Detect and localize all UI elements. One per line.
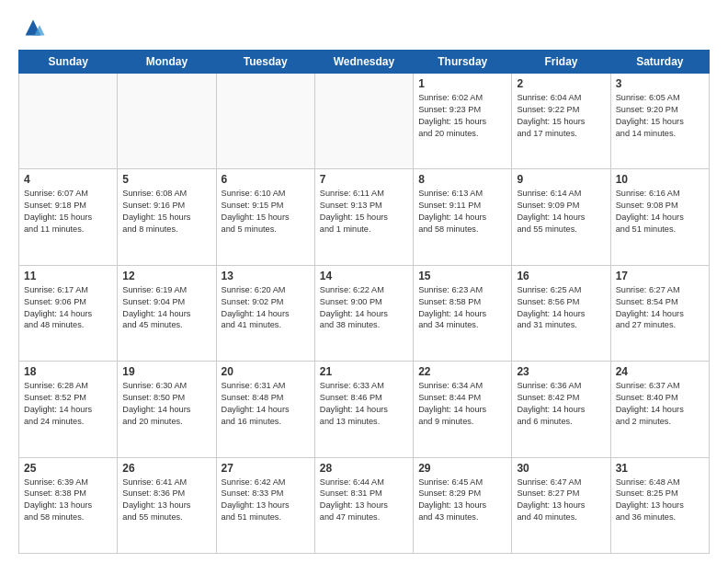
- calendar-cell: 25Sunrise: 6:39 AM Sunset: 8:38 PM Dayli…: [19, 457, 118, 553]
- calendar-cell: 21Sunrise: 6:33 AM Sunset: 8:46 PM Dayli…: [314, 362, 413, 457]
- day-info: Sunrise: 6:34 AM Sunset: 8:44 PM Dayligh…: [418, 380, 506, 428]
- day-number: 5: [122, 173, 210, 186]
- day-number: 23: [517, 365, 605, 378]
- calendar-cell: 8Sunrise: 6:13 AM Sunset: 9:11 PM Daylig…: [414, 169, 512, 265]
- calendar-cell: 13Sunrise: 6:20 AM Sunset: 9:02 PM Dayli…: [216, 265, 314, 361]
- day-number: 24: [616, 365, 704, 378]
- calendar-cell: [19, 74, 118, 169]
- day-number: 4: [24, 173, 112, 186]
- day-info: Sunrise: 6:23 AM Sunset: 8:58 PM Dayligh…: [418, 284, 506, 332]
- day-number: 28: [320, 462, 408, 475]
- day-info: Sunrise: 6:28 AM Sunset: 8:52 PM Dayligh…: [24, 380, 112, 428]
- day-info: Sunrise: 6:20 AM Sunset: 9:02 PM Dayligh…: [222, 284, 310, 332]
- calendar-cell: 11Sunrise: 6:17 AM Sunset: 9:06 PM Dayli…: [19, 265, 118, 361]
- day-number: 15: [418, 270, 506, 282]
- calendar-cell: 6Sunrise: 6:10 AM Sunset: 9:15 PM Daylig…: [216, 169, 314, 265]
- day-number: 7: [320, 173, 408, 186]
- day-info: Sunrise: 6:19 AM Sunset: 9:04 PM Dayligh…: [122, 284, 210, 332]
- calendar-day-header: Sunday: [19, 51, 118, 74]
- day-info: Sunrise: 6:10 AM Sunset: 9:15 PM Dayligh…: [222, 188, 310, 236]
- calendar-cell: 17Sunrise: 6:27 AM Sunset: 8:54 PM Dayli…: [610, 265, 709, 361]
- calendar-table: SundayMondayTuesdayWednesdayThursdayFrid…: [18, 50, 710, 554]
- day-info: Sunrise: 6:36 AM Sunset: 8:42 PM Dayligh…: [517, 380, 605, 428]
- header: [18, 15, 710, 40]
- day-info: Sunrise: 6:17 AM Sunset: 9:06 PM Dayligh…: [24, 284, 112, 332]
- day-info: Sunrise: 6:45 AM Sunset: 8:29 PM Dayligh…: [418, 477, 506, 524]
- calendar-cell: 20Sunrise: 6:31 AM Sunset: 8:48 PM Dayli…: [216, 362, 314, 457]
- calendar-cell: 7Sunrise: 6:11 AM Sunset: 9:13 PM Daylig…: [314, 169, 413, 265]
- logo: [18, 15, 46, 40]
- day-info: Sunrise: 6:47 AM Sunset: 8:27 PM Dayligh…: [517, 477, 605, 524]
- day-number: 29: [418, 462, 506, 475]
- calendar-cell: 12Sunrise: 6:19 AM Sunset: 9:04 PM Dayli…: [118, 265, 216, 361]
- calendar-day-header: Thursday: [414, 51, 512, 74]
- page: SundayMondayTuesdayWednesdayThursdayFrid…: [0, 0, 728, 563]
- day-info: Sunrise: 6:30 AM Sunset: 8:50 PM Dayligh…: [122, 380, 210, 428]
- day-number: 18: [24, 365, 112, 378]
- calendar-cell: [118, 74, 216, 169]
- day-number: 26: [122, 462, 210, 475]
- calendar-cell: 28Sunrise: 6:44 AM Sunset: 8:31 PM Dayli…: [314, 457, 413, 553]
- calendar-cell: 15Sunrise: 6:23 AM Sunset: 8:58 PM Dayli…: [414, 265, 512, 361]
- calendar-cell: 29Sunrise: 6:45 AM Sunset: 8:29 PM Dayli…: [414, 457, 512, 553]
- day-info: Sunrise: 6:07 AM Sunset: 9:18 PM Dayligh…: [24, 188, 112, 236]
- day-number: 16: [517, 270, 605, 282]
- day-info: Sunrise: 6:39 AM Sunset: 8:38 PM Dayligh…: [24, 477, 112, 524]
- day-number: 8: [418, 173, 506, 186]
- day-number: 20: [222, 365, 310, 378]
- day-info: Sunrise: 6:25 AM Sunset: 8:56 PM Dayligh…: [517, 284, 605, 332]
- day-info: Sunrise: 6:02 AM Sunset: 9:23 PM Dayligh…: [418, 92, 506, 140]
- day-info: Sunrise: 6:22 AM Sunset: 9:00 PM Dayligh…: [320, 284, 408, 332]
- calendar-cell: [314, 74, 413, 169]
- day-info: Sunrise: 6:13 AM Sunset: 9:11 PM Dayligh…: [418, 188, 506, 236]
- day-number: 11: [24, 270, 112, 282]
- logo-icon: [20, 15, 46, 40]
- calendar-cell: 5Sunrise: 6:08 AM Sunset: 9:16 PM Daylig…: [118, 169, 216, 265]
- calendar-cell: 22Sunrise: 6:34 AM Sunset: 8:44 PM Dayli…: [414, 362, 512, 457]
- day-info: Sunrise: 6:44 AM Sunset: 8:31 PM Dayligh…: [320, 477, 408, 524]
- day-info: Sunrise: 6:05 AM Sunset: 9:20 PM Dayligh…: [616, 92, 704, 140]
- calendar-cell: 3Sunrise: 6:05 AM Sunset: 9:20 PM Daylig…: [610, 74, 709, 169]
- calendar-cell: 31Sunrise: 6:48 AM Sunset: 8:25 PM Dayli…: [610, 457, 709, 553]
- day-number: 14: [320, 270, 408, 282]
- calendar-cell: 10Sunrise: 6:16 AM Sunset: 9:08 PM Dayli…: [610, 169, 709, 265]
- day-number: 2: [517, 77, 605, 90]
- day-number: 21: [320, 365, 408, 378]
- day-info: Sunrise: 6:11 AM Sunset: 9:13 PM Dayligh…: [320, 188, 408, 236]
- day-number: 1: [418, 77, 506, 90]
- day-number: 10: [616, 173, 704, 186]
- calendar-cell: 4Sunrise: 6:07 AM Sunset: 9:18 PM Daylig…: [19, 169, 118, 265]
- calendar-cell: 1Sunrise: 6:02 AM Sunset: 9:23 PM Daylig…: [414, 74, 512, 169]
- day-number: 9: [517, 173, 605, 186]
- calendar-cell: 27Sunrise: 6:42 AM Sunset: 8:33 PM Dayli…: [216, 457, 314, 553]
- day-number: 25: [24, 462, 112, 475]
- calendar-day-header: Tuesday: [216, 51, 314, 74]
- day-info: Sunrise: 6:04 AM Sunset: 9:22 PM Dayligh…: [517, 92, 605, 140]
- day-info: Sunrise: 6:27 AM Sunset: 8:54 PM Dayligh…: [616, 284, 704, 332]
- day-info: Sunrise: 6:08 AM Sunset: 9:16 PM Dayligh…: [122, 188, 210, 236]
- calendar-week-row: 11Sunrise: 6:17 AM Sunset: 9:06 PM Dayli…: [19, 265, 710, 361]
- day-info: Sunrise: 6:37 AM Sunset: 8:40 PM Dayligh…: [616, 380, 704, 428]
- calendar-week-row: 1Sunrise: 6:02 AM Sunset: 9:23 PM Daylig…: [19, 74, 710, 169]
- day-number: 13: [222, 270, 310, 282]
- calendar-day-header: Friday: [512, 51, 610, 74]
- calendar-cell: 30Sunrise: 6:47 AM Sunset: 8:27 PM Dayli…: [512, 457, 610, 553]
- day-number: 12: [122, 270, 210, 282]
- day-info: Sunrise: 6:33 AM Sunset: 8:46 PM Dayligh…: [320, 380, 408, 428]
- calendar-cell: 24Sunrise: 6:37 AM Sunset: 8:40 PM Dayli…: [610, 362, 709, 457]
- day-number: 22: [418, 365, 506, 378]
- day-info: Sunrise: 6:16 AM Sunset: 9:08 PM Dayligh…: [616, 188, 704, 236]
- day-number: 6: [222, 173, 310, 186]
- day-info: Sunrise: 6:31 AM Sunset: 8:48 PM Dayligh…: [222, 380, 310, 428]
- day-info: Sunrise: 6:41 AM Sunset: 8:36 PM Dayligh…: [122, 477, 210, 524]
- calendar-cell: 19Sunrise: 6:30 AM Sunset: 8:50 PM Dayli…: [118, 362, 216, 457]
- day-number: 27: [222, 462, 310, 475]
- day-info: Sunrise: 6:14 AM Sunset: 9:09 PM Dayligh…: [517, 188, 605, 236]
- calendar-header-row: SundayMondayTuesdayWednesdayThursdayFrid…: [19, 51, 710, 74]
- calendar-week-row: 18Sunrise: 6:28 AM Sunset: 8:52 PM Dayli…: [19, 362, 710, 457]
- day-info: Sunrise: 6:48 AM Sunset: 8:25 PM Dayligh…: [616, 477, 704, 524]
- calendar-day-header: Wednesday: [314, 51, 413, 74]
- calendar-day-header: Monday: [118, 51, 216, 74]
- calendar-cell: 26Sunrise: 6:41 AM Sunset: 8:36 PM Dayli…: [118, 457, 216, 553]
- calendar-cell: [216, 74, 314, 169]
